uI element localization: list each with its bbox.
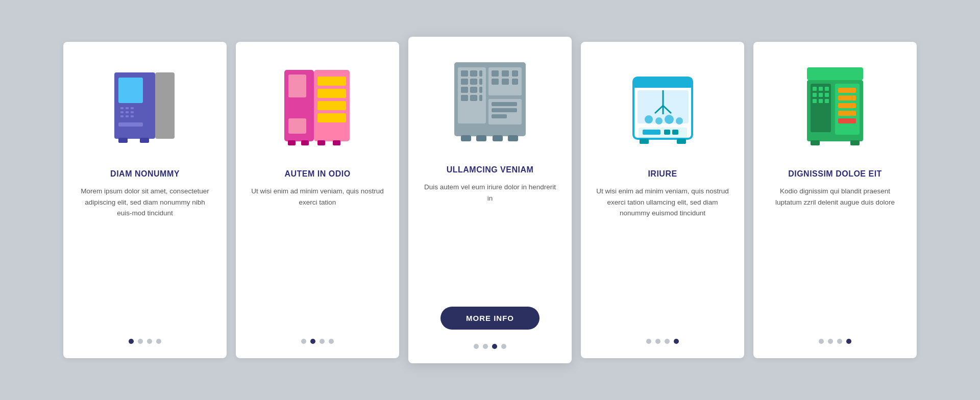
vending-machine-icon-2 <box>277 62 358 154</box>
svg-rect-38 <box>461 95 468 101</box>
svg-rect-16 <box>288 74 306 97</box>
svg-rect-4 <box>131 107 134 109</box>
svg-point-63 <box>645 115 653 123</box>
svg-rect-70 <box>672 130 678 135</box>
svg-rect-26 <box>333 140 340 145</box>
svg-rect-54 <box>493 135 503 141</box>
svg-rect-88 <box>813 99 817 103</box>
card-4-desc: Ut wisi enim ad minim veniam, quis nostr… <box>595 186 730 330</box>
svg-rect-36 <box>470 87 477 93</box>
svg-rect-77 <box>838 95 856 101</box>
svg-rect-76 <box>838 88 856 93</box>
svg-rect-5 <box>120 111 124 113</box>
svg-rect-19 <box>317 77 346 86</box>
card-4-dots <box>646 339 679 344</box>
svg-rect-33 <box>470 79 477 85</box>
dot-3-2 <box>483 344 488 349</box>
svg-rect-45 <box>492 79 499 85</box>
card-1: DIAM NONUMMY Morem ipsum dolor sit amet,… <box>63 42 227 358</box>
card-5: DIGNISSIM DOLOE EIT Kodio dignissim qui … <box>753 42 917 358</box>
card-1-title: DIAM NONUMMY <box>110 169 180 179</box>
svg-rect-12 <box>155 72 175 139</box>
svg-rect-39 <box>470 95 477 101</box>
svg-point-64 <box>655 117 663 124</box>
svg-rect-82 <box>813 87 817 91</box>
svg-rect-53 <box>476 135 486 141</box>
card-1-dots <box>129 339 161 344</box>
svg-rect-72 <box>677 139 686 144</box>
dot-3-4 <box>501 344 506 349</box>
vending-machine-icon-5 <box>794 62 876 154</box>
svg-rect-81 <box>811 84 831 132</box>
card-3-icon-area <box>423 53 557 155</box>
svg-rect-25 <box>317 140 325 145</box>
svg-rect-3 <box>126 107 129 109</box>
card-5-desc: Kodio dignissim qui blandit praesent lup… <box>768 186 902 330</box>
svg-rect-34 <box>479 79 482 85</box>
card-5-icon-area <box>768 57 902 159</box>
vending-machine-icon-3 <box>447 57 533 152</box>
svg-rect-40 <box>479 95 482 101</box>
card-2-title: AUTEM IN ODIO <box>284 169 350 179</box>
svg-rect-87 <box>825 93 829 97</box>
card-4: IRIURE Ut wisi enim ad minim veniam, qui… <box>581 42 744 358</box>
svg-rect-42 <box>492 70 499 77</box>
svg-rect-31 <box>479 70 482 77</box>
svg-rect-44 <box>512 70 518 77</box>
svg-rect-47 <box>512 79 518 85</box>
svg-rect-49 <box>492 102 517 106</box>
card-3-desc: Duis autem vel eum iriure dolor in hendr… <box>423 182 557 297</box>
dot-1-3 <box>147 339 152 344</box>
svg-rect-37 <box>479 87 482 93</box>
cards-container: DIAM NONUMMY Morem ipsum dolor sit amet,… <box>0 6 980 394</box>
svg-rect-84 <box>825 87 829 91</box>
claw-machine-icon <box>623 62 702 154</box>
dot-5-2 <box>828 339 833 344</box>
card-1-desc: Morem ipsum dolor sit amet, consectetuer… <box>78 186 212 330</box>
svg-rect-32 <box>461 79 468 85</box>
dot-2-1 <box>301 339 306 344</box>
svg-rect-29 <box>461 70 468 77</box>
svg-rect-52 <box>461 135 471 141</box>
card-2: AUTEM IN ODIO Ut wisi enim ad minim veni… <box>236 42 399 358</box>
svg-rect-71 <box>640 139 649 144</box>
svg-rect-50 <box>492 108 517 112</box>
dot-3-1 <box>474 344 479 349</box>
svg-rect-8 <box>120 115 124 117</box>
svg-rect-55 <box>508 135 518 141</box>
svg-rect-57 <box>633 78 692 88</box>
card-4-title: IRIURE <box>648 169 677 179</box>
dot-4-4 <box>674 339 679 344</box>
svg-rect-13 <box>118 138 128 143</box>
svg-rect-69 <box>664 130 670 135</box>
dot-4-1 <box>646 339 651 344</box>
svg-rect-35 <box>461 87 468 93</box>
card-2-dots <box>301 339 334 344</box>
svg-point-65 <box>665 115 674 124</box>
dot-5-4 <box>846 339 851 344</box>
dot-3-3 <box>492 344 497 349</box>
dot-1-1 <box>129 339 134 344</box>
svg-rect-91 <box>811 140 820 145</box>
card-3-title: ULLAMCING VENIAM <box>447 165 534 174</box>
svg-rect-1 <box>118 78 143 103</box>
svg-rect-24 <box>301 140 309 145</box>
card-5-dots <box>819 339 851 344</box>
card-4-icon-area <box>595 57 730 159</box>
svg-rect-46 <box>502 79 509 85</box>
card-3-dots <box>474 344 506 349</box>
card-5-title: DIGNISSIM DOLOE EIT <box>788 169 882 179</box>
svg-rect-23 <box>288 140 296 145</box>
svg-rect-11 <box>118 122 143 127</box>
dot-5-3 <box>837 339 842 344</box>
svg-rect-17 <box>288 118 306 134</box>
svg-rect-85 <box>813 93 817 97</box>
svg-rect-90 <box>825 99 829 103</box>
more-info-button[interactable]: MORE INFO <box>440 307 540 330</box>
svg-rect-80 <box>838 118 856 123</box>
dot-1-2 <box>138 339 143 344</box>
card-2-desc: Ut wisi enim ad minim veniam, quis nostr… <box>250 186 385 330</box>
dot-4-3 <box>665 339 670 344</box>
svg-rect-7 <box>131 111 134 113</box>
svg-rect-86 <box>819 93 823 97</box>
